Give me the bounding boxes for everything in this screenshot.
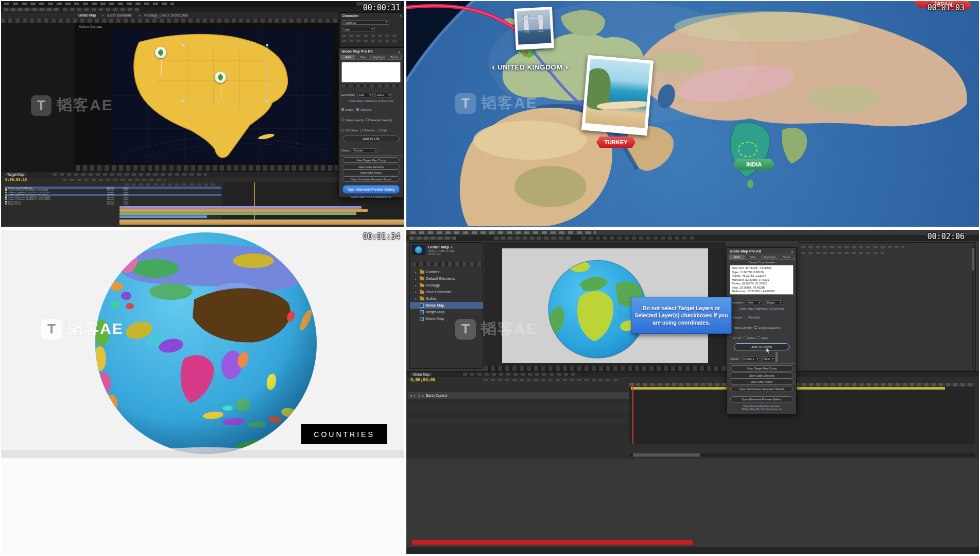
tab-map[interactable]: Map	[356, 55, 371, 60]
kit-panel-title-bar[interactable]: Globe Map Pro Kit ×	[729, 249, 795, 255]
selection-bounding-box[interactable]	[183, 45, 268, 102]
list-dropdown[interactable]: List 2	[375, 93, 392, 97]
font-family-dropdown[interactable]: Futura Lt	[342, 20, 389, 25]
selection-handle[interactable]	[182, 44, 184, 46]
open-target-map-comp-button[interactable]: Open Target Map Comp	[730, 365, 794, 372]
other-timeline-tabs[interactable]	[53, 173, 207, 176]
coordinate-entry[interactable]: Melbourne, -37.81363, 144.96306	[732, 290, 792, 294]
checkbox-flat-style[interactable]: Flat Style	[745, 316, 760, 319]
current-time-indicator[interactable]	[632, 383, 633, 444]
duration-bar-green[interactable]	[119, 212, 356, 215]
tab-highlight[interactable]: Highlight	[371, 55, 386, 60]
name-input[interactable]	[341, 85, 401, 87]
checkbox-follow[interactable]: Follow	[744, 336, 755, 340]
checkbox-selected-layers[interactable]: Selected Layer(s)	[754, 326, 780, 329]
group-mini-button[interactable]	[777, 352, 778, 362]
open-globe-elements-button[interactable]: Open Globe Elements	[342, 164, 400, 170]
color-preview-swatch[interactable]	[341, 62, 401, 82]
map-marker-center[interactable]	[215, 72, 226, 83]
expand-arrow-icon[interactable]: ▸	[415, 297, 418, 300]
coordinate-entry[interactable]: France, 46.22763, 2.21374	[732, 274, 792, 278]
close-icon[interactable]: ×	[400, 14, 402, 18]
checkbox-target-layers[interactable]: Target Layer(s)	[730, 326, 752, 329]
tab-add[interactable]: Add	[729, 255, 745, 260]
tab-tools[interactable]: Tools	[387, 55, 402, 60]
composition-viewport[interactable]: Action Canvas	[76, 23, 338, 171]
current-time-indicator[interactable]	[254, 182, 255, 221]
project-tab[interactable]	[4, 8, 60, 11]
project-search-box[interactable]	[412, 262, 481, 266]
project-tab[interactable]	[409, 237, 456, 240]
saved-coordinates-listbox[interactable]: New York, 40.71278, -74.00594 Niger, 17.…	[730, 265, 794, 295]
shape-dropdown[interactable]: Shape	[765, 300, 783, 305]
project-item-world-map[interactable]: World Map	[410, 315, 483, 322]
expand-arrow-icon[interactable]: ▸	[415, 290, 418, 294]
eye-icon[interactable]: ●	[410, 394, 412, 397]
character-options-icons[interactable]	[342, 35, 399, 37]
close-icon[interactable]: ×	[791, 250, 793, 254]
flow-tab-earth-elements[interactable]: Earth Elements	[107, 13, 132, 17]
viewport-toolbar[interactable]	[76, 165, 338, 171]
other-timeline-tabs[interactable]	[463, 373, 576, 376]
kit-panel-title-bar[interactable]: Globe Map Pro Kit ×	[340, 49, 402, 55]
checkbox-unique[interactable]: Unique	[341, 108, 354, 111]
open-elements-preview-gallery-button[interactable]: Open Elements Preview Gallery	[342, 185, 400, 194]
duration-bar-orange[interactable]	[119, 209, 368, 212]
tab-add[interactable]: Add	[340, 55, 355, 60]
open-orbit-texture-button[interactable]: Open Orbit Texture	[342, 170, 400, 175]
project-item-target-map[interactable]: Target Map	[410, 309, 483, 315]
expand-arrow-icon[interactable]: ▸	[415, 283, 418, 287]
timeline-comp-tab[interactable]: Target Map	[5, 173, 26, 176]
horizontal-scrollbar[interactable]	[629, 453, 975, 457]
open-elements-preview-gallery-button[interactable]: Open Elements Preview Gallery	[730, 396, 794, 402]
checkbox-orbit-vis[interactable]: Orbit-Vis	[360, 129, 374, 132]
selection-handle[interactable]	[266, 44, 268, 46]
timeline-toolbar-icons[interactable]	[63, 179, 166, 181]
add-to-list-button[interactable]: Add To List	[342, 136, 400, 142]
duration-bar-blue[interactable]	[119, 215, 207, 218]
coordinate-entry[interactable]: Hannover, 52.37589, 9.73201	[732, 278, 792, 282]
checkbox-craft[interactable]: Craft	[377, 129, 387, 132]
open-coordinate-generator-wizard-button[interactable]: Open Coordinate Generator Wizard	[342, 176, 400, 182]
tab-map[interactable]: Map	[745, 255, 761, 260]
elements-dropdown[interactable]: New	[746, 300, 762, 305]
time-ruler[interactable]	[629, 383, 975, 386]
other-tabs[interactable]	[581, 237, 695, 240]
layer-color-chip[interactable]: ■	[422, 394, 424, 397]
flow-tab-globe-map[interactable]: Globe Map	[78, 13, 96, 17]
coordinate-entry[interactable]: New York, 40.71278, -74.00594	[732, 266, 792, 271]
timeline-lane-area[interactable]	[629, 383, 975, 444]
elements-dropdown[interactable]: List	[357, 93, 373, 97]
checkbox-flat-style[interactable]: Flat Style	[356, 108, 372, 111]
project-item-default-elements[interactable]: ▸ Default Elements	[410, 275, 483, 282]
expand-arrow-icon[interactable]: ▸	[415, 277, 418, 280]
project-item-globe-map[interactable]: Globe Map	[410, 302, 483, 309]
flow-tab-footage-line[interactable]: Footage_Line x 1920x1080	[144, 13, 188, 17]
coordinate-entry[interactable]: Turkey, 38.96374, 35.24332	[732, 282, 792, 286]
work-area-bar-tan[interactable]	[119, 220, 404, 225]
duration-bar-purple[interactable]	[119, 206, 362, 209]
checkbox-target-layers[interactable]: Target Layer(s)	[341, 119, 364, 122]
layer-mode[interactable]: Normal	[107, 203, 123, 206]
coordinate-entry[interactable]: Niger, 17.60778, 8.08166	[732, 271, 792, 275]
composition-tab[interactable]	[63, 8, 140, 11]
selection-handle[interactable]	[266, 100, 268, 102]
tab-tools[interactable]: Tools	[779, 255, 795, 260]
expand-arrow-icon[interactable]: ▸	[415, 394, 416, 397]
checkbox-selected-layers[interactable]: Selected Layer(s)	[366, 119, 392, 122]
project-item-your-elements[interactable]: ▸ Your Elements	[410, 289, 483, 295]
selection-handle[interactable]	[182, 100, 184, 102]
current-timecode[interactable]: 0;00;00;00	[410, 378, 435, 382]
timeline-toolbar-icons[interactable]	[484, 379, 617, 381]
scrollbar[interactable]	[972, 245, 974, 368]
menu-bar[interactable]	[410, 231, 596, 234]
project-item-footage[interactable]: ▸ Footage	[410, 282, 483, 289]
project-item-solids[interactable]: ▸ Solids	[410, 295, 483, 302]
checkbox-3d[interactable]: A: 3-D	[730, 336, 742, 340]
timeline-layer-row[interactable]: [Digital.Place] Normal None	[5, 203, 221, 206]
tab-highlight[interactable]: Highlight	[762, 255, 778, 260]
new-target-map-comp-button[interactable]: New Target Map Comp	[342, 157, 400, 163]
coordinate-entry[interactable]: India, 20.59368, 78.96288	[732, 286, 792, 290]
character-options-icons[interactable]	[342, 40, 399, 42]
open-orbit-texture-button[interactable]: Open Orbit Texture	[730, 379, 794, 385]
